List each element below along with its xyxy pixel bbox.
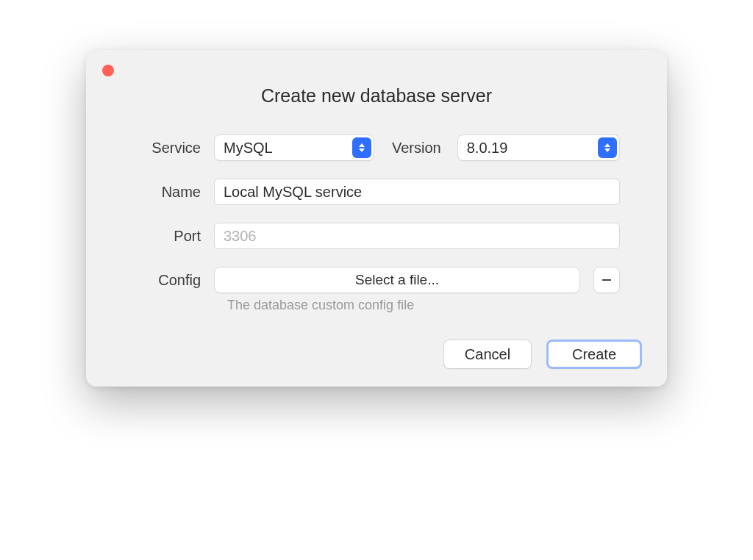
- close-window-icon[interactable]: [102, 65, 114, 76]
- create-db-dialog: Create new database server Service MySQL…: [86, 50, 667, 387]
- row-service: Service MySQL Version 8.0.19: [111, 134, 620, 161]
- field-service: MySQL Version 8.0.19: [214, 134, 620, 161]
- label-config: Config: [111, 272, 214, 289]
- window-controls: [102, 65, 114, 76]
- select-file-label: Select a file...: [355, 272, 439, 288]
- service-select-value: MySQL: [224, 140, 273, 157]
- create-button[interactable]: Create: [546, 340, 642, 369]
- row-name: Name: [111, 179, 620, 205]
- version-select-value: 8.0.19: [467, 140, 508, 157]
- select-file-button[interactable]: Select a file...: [214, 267, 580, 293]
- label-service: Service: [111, 140, 214, 157]
- version-select[interactable]: 8.0.19: [457, 134, 620, 161]
- updown-icon: [598, 137, 617, 158]
- form: Service MySQL Version 8.0.19 Name: [107, 134, 646, 313]
- config-helper-text: The database custom config file: [227, 298, 620, 313]
- label-name: Name: [111, 184, 214, 201]
- label-version: Version: [388, 140, 444, 157]
- row-config: Config Select a file...: [111, 267, 620, 293]
- label-port: Port: [111, 228, 214, 245]
- cancel-button-label: Cancel: [465, 346, 510, 363]
- dialog-title: Create new database server: [107, 85, 646, 107]
- name-input[interactable]: [214, 179, 620, 205]
- create-button-label: Create: [572, 346, 616, 363]
- dialog-footer: Cancel Create: [107, 340, 646, 369]
- minus-icon: [602, 279, 611, 281]
- remove-config-button[interactable]: [593, 267, 620, 293]
- row-port: Port: [111, 223, 620, 249]
- updown-icon: [352, 137, 371, 158]
- service-select[interactable]: MySQL: [214, 134, 374, 161]
- cancel-button[interactable]: Cancel: [443, 340, 532, 369]
- config-block: Config Select a file... The database cus…: [111, 267, 620, 313]
- port-input[interactable]: [214, 223, 620, 249]
